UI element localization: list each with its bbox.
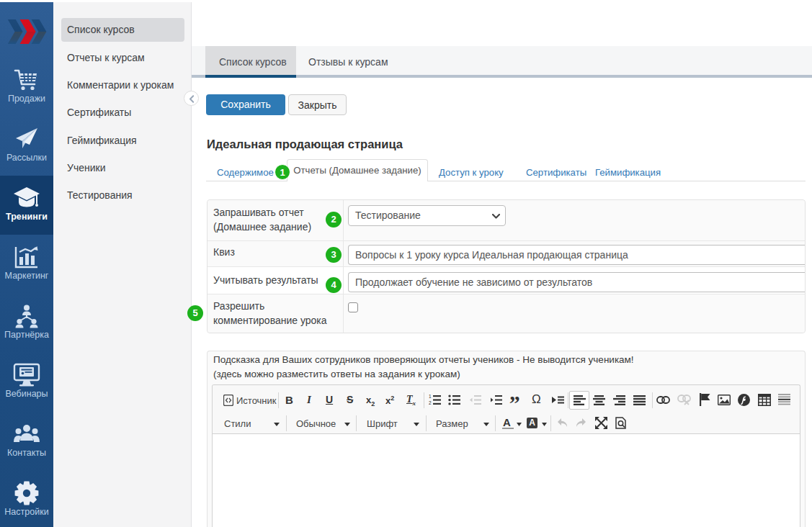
svg-text:2: 2 — [429, 400, 432, 405]
svg-text:1: 1 — [429, 395, 432, 399]
